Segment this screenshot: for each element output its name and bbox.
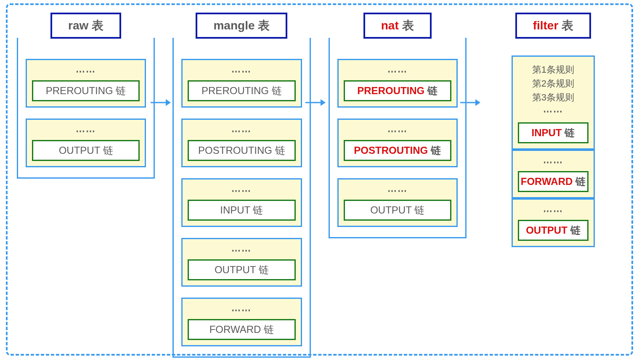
chain-label: FORWARD 链 (518, 171, 589, 192)
nat-chain-prerouting: ⋯⋯ PREROUTING 链 (337, 59, 458, 108)
nat-body: ⋯⋯ PREROUTING 链 ⋯⋯ POSTROUTING 链 ⋯⋯ OUTP… (329, 38, 467, 238)
dots: ⋯⋯ (231, 126, 252, 137)
mangle-column: mangle 表 ⋯⋯ PREROUTING 链 ⋯⋯ POSTROUTING … (172, 13, 310, 358)
nat-column: nat 表 ⋯⋯ PREROUTING 链 ⋯⋯ POSTROUTING 链 ⋯… (329, 13, 467, 238)
dots: ⋯⋯ (387, 126, 408, 137)
nat-title-suffix: 表 (399, 19, 414, 32)
mangle-chain-output: ⋯⋯ OUTPUT 链 (181, 238, 302, 287)
chain-label: PREROUTING 链 (32, 80, 140, 101)
chain-label: INPUT 链 (188, 200, 295, 221)
filter-title-suffix: 表 (558, 19, 573, 32)
raw-title: raw 表 (50, 13, 121, 39)
filter-column: filter 表 第1条规则 第2条规则 第3条规则 ⋯⋯ INPUT 链 ⋯⋯… (484, 13, 622, 247)
dots: ⋯⋯ (387, 185, 408, 196)
raw-column: raw 表 ⋯⋯ PREROUTING 链 ⋯⋯ OUTPUT 链 (17, 13, 155, 179)
mangle-chain-forward: ⋯⋯ FORWARD 链 (181, 298, 302, 346)
raw-chain-prerouting: ⋯⋯ PREROUTING 链 (26, 59, 146, 108)
nat-chain-postrouting: ⋯⋯ POSTROUTING 链 (337, 119, 458, 167)
diagram-columns: raw 表 ⋯⋯ PREROUTING 链 ⋯⋯ OUTPUT 链 mangle… (17, 13, 622, 358)
dots: ⋯⋯ (387, 66, 408, 77)
raw-chain-output: ⋯⋯ OUTPUT 链 (26, 119, 146, 167)
dots: ⋯⋯ (231, 66, 252, 77)
nat-chain-output: ⋯⋯ OUTPUT 链 (337, 178, 458, 227)
mangle-chain-input: ⋯⋯ INPUT 链 (181, 178, 302, 227)
chain-label: OUTPUT 链 (518, 220, 589, 241)
chain-label: OUTPUT 链 (32, 140, 140, 161)
nat-title: nat 表 (363, 13, 432, 39)
nat-title-red: nat (381, 19, 399, 32)
chain-label: INPUT 链 (518, 122, 589, 143)
chain-label: OUTPUT 链 (344, 200, 451, 221)
mangle-body: ⋯⋯ PREROUTING 链 ⋯⋯ POSTROUTING 链 ⋯⋯ INPU… (172, 38, 310, 358)
filter-chain-output: ⋯⋯ OUTPUT 链 (512, 198, 595, 247)
filter-body: 第1条规则 第2条规则 第3条规则 ⋯⋯ INPUT 链 ⋯⋯ FORWARD … (512, 39, 595, 247)
filter-chain-forward: ⋯⋯ FORWARD 链 (512, 150, 595, 198)
dots: ⋯⋯ (76, 66, 96, 77)
chain-label: PREROUTING 链 (188, 80, 295, 101)
chain-label: PREROUTING 链 (344, 80, 451, 101)
chain-label: POSTROUTING 链 (188, 140, 295, 161)
rules-list: 第1条规则 第2条规则 第3条规则 ⋯⋯ (532, 63, 574, 120)
dots: ⋯⋯ (76, 126, 96, 137)
dots: ⋯⋯ (231, 305, 252, 316)
filter-title: filter 表 (515, 13, 591, 39)
mangle-chain-postrouting: ⋯⋯ POSTROUTING 链 (181, 119, 302, 167)
raw-body: ⋯⋯ PREROUTING 链 ⋯⋯ OUTPUT 链 (17, 38, 155, 179)
dots: ⋯⋯ (231, 185, 252, 196)
chain-label: OUTPUT 链 (188, 259, 295, 280)
dots: ⋯⋯ (543, 157, 563, 168)
mangle-chain-prerouting: ⋯⋯ PREROUTING 链 (181, 59, 302, 108)
dots: ⋯⋯ (543, 206, 563, 216)
filter-chain-input: 第1条规则 第2条规则 第3条规则 ⋯⋯ INPUT 链 (512, 55, 595, 150)
chain-label: POSTROUTING 链 (344, 140, 451, 161)
dots: ⋯⋯ (231, 245, 252, 256)
filter-title-red: filter (533, 19, 559, 32)
chain-label: FORWARD 链 (188, 319, 295, 340)
mangle-title: mangle 表 (196, 13, 287, 39)
